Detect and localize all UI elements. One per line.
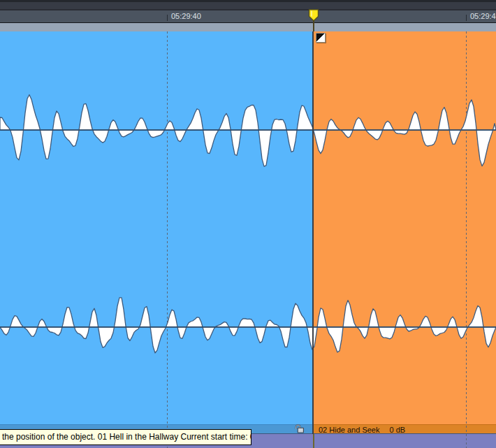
audio-editor-timeline: 05:29:40 05:29:45 02 Hide and Seek0 dB t… [0,0,496,448]
window-top-bar [0,0,496,10]
event-boundary-line[interactable] [312,31,314,434]
event-left-body[interactable] [0,31,312,424]
grid-line [466,31,467,448]
status-tooltip-text: the position of the object. 01 Hell in t… [2,432,251,442]
event-right-body[interactable] [314,31,496,424]
ruler-tick [167,15,168,21]
event-right-strip[interactable]: 02 Hide and Seek0 dB [314,424,496,433]
status-tooltip: the position of the object. 01 Hell in t… [0,429,251,445]
marker-bar[interactable] [0,23,496,31]
event-gain-label: 0 dB [389,426,405,433]
grid-line [167,31,168,448]
ruler-time-label: 05:29:40 [171,12,201,21]
timeline-ruler[interactable]: 05:29:40 05:29:45 [0,10,496,23]
lock-open-icon[interactable] [293,424,305,433]
timeline-marker-icon[interactable] [308,9,319,22]
event-title-label: 02 Hide and Seek [319,426,379,433]
ruler-time-label: 05:29:45 [470,12,496,21]
ruler-tick [466,15,467,21]
marker-line [313,434,314,448]
fade-corner-icon[interactable] [316,33,326,43]
